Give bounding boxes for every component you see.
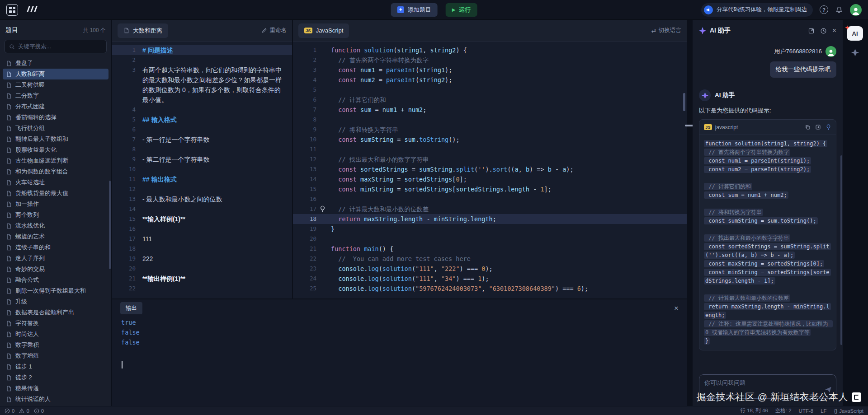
code-line[interactable]: 11: [293, 145, 687, 154]
sidebar-item-problem[interactable]: 徒步 1: [3, 361, 108, 372]
output-tab[interactable]: 输出: [120, 302, 142, 314]
sidebar-item-problem[interactable]: 番茄编辑的选择: [3, 112, 108, 123]
code-line[interactable]: 10 const sumString = sum.toString();: [293, 135, 687, 145]
sidebar-item-problem[interactable]: 迷人子序列: [3, 253, 108, 264]
copy-code-button[interactable]: [805, 124, 811, 130]
editor-scrollbar-thumb[interactable]: [683, 93, 685, 111]
sidebar-item-problem[interactable]: 融合公式: [3, 275, 108, 285]
code-line[interactable]: 17 // 计算最大数和最小数的位数差: [293, 204, 687, 214]
user-avatar[interactable]: [850, 4, 862, 16]
problem-description[interactable]: 1# 问题描述2 3有两个超大字符串数，问它们的和得到的字符串中的最大数和最小数…: [112, 42, 292, 298]
sidebar-item-problem[interactable]: 连续子串的和: [3, 242, 108, 253]
sidebar-item-problem[interactable]: 大数和距离: [3, 69, 108, 79]
sidebar-item-problem[interactable]: 股票收益最大化: [3, 145, 108, 155]
sidebar-item-problem[interactable]: 飞行棋分组: [3, 123, 108, 134]
sidebar-item-problem[interactable]: 糖果传递: [3, 383, 108, 394]
sidebar-item-problem[interactable]: 流水线优化: [3, 220, 108, 231]
warnings-indicator[interactable]: 0: [19, 408, 29, 414]
code-line[interactable]: 15 const minString = sortedStrings[sorte…: [293, 184, 687, 194]
sidebar-item-problem[interactable]: 古生物血缘远近判断: [3, 155, 108, 166]
code-line[interactable]: 6 // 计算它们的和: [293, 95, 687, 105]
language-tab[interactable]: JS JavaScript: [298, 23, 349, 38]
sidebar-item-problem[interactable]: 徒步 2: [3, 372, 108, 383]
code-line[interactable]: 25 console.log(solution("597676242400307…: [293, 284, 687, 294]
code-line[interactable]: 16: [293, 194, 687, 204]
ai-toggle-button[interactable]: AI: [847, 26, 863, 41]
code-line[interactable]: 9 // 将和转换为字符串: [293, 125, 687, 135]
sidebar-scrollbar-thumb[interactable]: [109, 181, 111, 269]
info-indicator[interactable]: 0: [34, 408, 44, 414]
ai-scrollbar-thumb[interactable]: [840, 155, 842, 345]
notifications-button[interactable]: [835, 6, 843, 14]
sidebar-item-problem[interactable]: 螺旋的艺术: [3, 231, 108, 242]
code-line[interactable]: 23 console.log(solution("111", "222") ==…: [293, 264, 687, 274]
sidebar-item-problem[interactable]: 加一操作: [3, 199, 108, 210]
sidebar-item-problem[interactable]: 两个数列: [3, 210, 108, 220]
sidebar-item-problem[interactable]: 二分数字: [3, 90, 108, 101]
sidebar-item-problem[interactable]: 分布式团建: [3, 101, 108, 112]
sidebar-item-problem[interactable]: 时尚达人: [3, 329, 108, 340]
problem-name: 飞行棋分组: [15, 124, 45, 132]
code-line[interactable]: 21function main() {: [293, 244, 687, 254]
code-line[interactable]: 13 const sortedStrings = sumString.split…: [293, 164, 687, 174]
sidebar-item-problem[interactable]: 删除一次得到子数组最大和: [3, 285, 108, 296]
code-line[interactable]: 12 // 找出最大和最小的数字字符串: [293, 154, 687, 164]
close-output-button[interactable]: ×: [674, 304, 679, 312]
hint-button[interactable]: [826, 124, 831, 130]
sidebar-item-problem[interactable]: 翻转后最大子数组和: [3, 134, 108, 145]
errors-indicator[interactable]: 0: [5, 408, 14, 414]
code-editor[interactable]: 1function solution(string1, string2) {2 …: [293, 42, 687, 298]
megaphone-icon: [704, 5, 713, 14]
sidebar-item-problem[interactable]: 叠盘子: [3, 58, 108, 69]
sidebar-item-problem[interactable]: 货船载货量的最大值: [3, 188, 108, 199]
code-line[interactable]: 7 const sum = num1 + num2;: [293, 105, 687, 115]
sidebar-item-problem[interactable]: 火车站选址: [3, 177, 108, 188]
sidebar-item-problem[interactable]: 奇妙的交易: [3, 264, 108, 275]
indentation-setting[interactable]: 空格: 2: [775, 407, 792, 414]
code-line[interactable]: 22 // You can add more test cases here: [293, 254, 687, 264]
ai-question-input[interactable]: [699, 374, 836, 399]
code-line[interactable]: 18 return maxString.length - minString.l…: [293, 214, 687, 224]
sidebar-item-problem[interactable]: 和为偶数的数字组合: [3, 166, 108, 177]
lightbulb-icon[interactable]: [319, 205, 326, 213]
code-line[interactable]: 5: [293, 85, 687, 95]
code-line[interactable]: 4 const num2 = parseInt(string2);: [293, 75, 687, 85]
language-mode[interactable]: {} JavaScript: [834, 408, 863, 414]
line-number: 17: [112, 234, 136, 244]
rename-button[interactable]: 重命名: [261, 27, 287, 34]
code-line[interactable]: 3 const num1 = parseInt(string1);: [293, 65, 687, 75]
cursor-position[interactable]: 行 18, 列 46: [740, 407, 768, 414]
problem-tab[interactable]: 大数和距离: [118, 23, 168, 38]
encoding-setting[interactable]: UTF-8: [799, 408, 814, 414]
switch-language-button[interactable]: ⇄ 切换语言: [651, 27, 681, 34]
code-line[interactable]: 2 // 首先将两个字符串转换为数字: [293, 55, 687, 65]
send-button[interactable]: [824, 386, 832, 395]
sidebar-item-problem[interactable]: 数字乘积: [3, 340, 108, 350]
apps-grid-button[interactable]: [6, 4, 18, 16]
help-button[interactable]: ?: [820, 5, 828, 14]
output-console[interactable]: truefalsefalse: [112, 317, 687, 368]
sidebar-item-problem[interactable]: 二叉树供暖: [3, 79, 108, 90]
search-input[interactable]: [18, 43, 102, 50]
open-in-window-button[interactable]: [808, 28, 815, 34]
code-line-text: [316, 145, 335, 154]
insert-code-button[interactable]: [815, 124, 821, 130]
code-line[interactable]: 24 console.log(solution("111", "34") ===…: [293, 274, 687, 284]
promo-banner[interactable]: 分享代码练习体验，领限量定制周边: [701, 3, 813, 17]
run-button[interactable]: ▶ 运行: [446, 3, 477, 17]
sidebar-item-problem[interactable]: 数字增殖: [3, 350, 108, 361]
magic-tools-button[interactable]: [851, 49, 859, 58]
add-problem-button[interactable]: + 添加题目: [391, 3, 438, 17]
code-line[interactable]: 14 const maxString = sortedStrings[0];: [293, 174, 687, 184]
code-line[interactable]: 8: [293, 115, 687, 125]
code-line[interactable]: 1function solution(string1, string2) {: [293, 45, 687, 55]
history-button[interactable]: [820, 28, 827, 34]
sidebar-item-problem[interactable]: 数据表是否能顺利产出: [3, 307, 108, 318]
close-ai-button[interactable]: ×: [832, 27, 836, 35]
code-line[interactable]: 20: [293, 234, 687, 244]
sidebar-item-problem[interactable]: 字符替换: [3, 318, 108, 329]
sidebar-item-problem[interactable]: 升级: [3, 296, 108, 307]
eol-setting[interactable]: LF: [821, 408, 826, 414]
code-line[interactable]: 19}: [293, 224, 687, 234]
sidebar-item-problem[interactable]: 统计说谎的人: [3, 394, 108, 405]
